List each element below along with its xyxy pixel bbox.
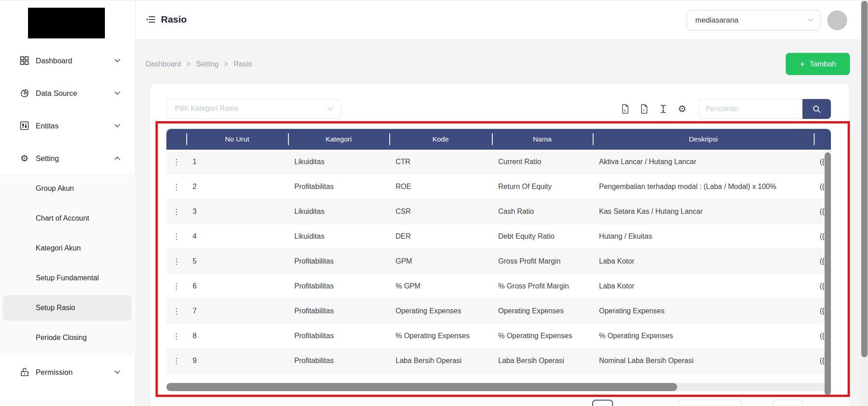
cell-no-urut: 8 [186,332,288,340]
sidebar-item-label: Entitas [36,122,58,130]
row-kebab-menu-icon[interactable]: ⋮ [166,331,186,340]
table-row: ⋮ 8 Profitabilitas % Operating Expenses … [166,324,831,349]
cell-deskripsi: Kas Setara Kas / Hutang Lancar [593,208,814,216]
cell-nama: Laba Bersih Operasi [492,357,593,365]
cell-no-urut: 2 [186,183,288,191]
tenant-select[interactable]: mediasarana [687,10,821,30]
row-kebab-menu-icon[interactable]: ⋮ [166,282,186,291]
cell-nama: % Gross Profit Margin [492,282,593,290]
table-header-kategori: Kategori [288,129,389,150]
sidebar-item-kategori-akun[interactable]: Kategori Akun [0,236,136,261]
sidebar-item-setup-fundamental[interactable]: Setup Fundamental [0,265,136,291]
row-kebab-menu-icon[interactable]: ⋮ [166,232,186,241]
pagination-control[interactable] [773,400,803,406]
chevron-down-icon [114,91,120,95]
setting-submenu: Group Akun Chart of Account Kategori Aku… [0,175,136,356]
sidebar-item-data-source[interactable]: Data Source [0,82,136,104]
file-pdf-icon[interactable]: p [620,104,631,114]
table-vertical-scrollbar[interactable] [825,152,831,395]
chevron-down-icon [114,370,120,374]
row-kebab-menu-icon[interactable]: ⋮ [166,207,186,216]
chevron-down-icon [327,107,334,111]
category-filter-select[interactable]: Pilih Kategori Rasio [166,99,341,119]
rasio-table: No Urut Kategori Kode Nama Deskripsi ⋮ 1… [166,129,831,373]
tenant-select-value: mediasarana [695,16,738,24]
breadcrumb-separator: > [224,60,228,68]
chevron-down-icon [114,124,120,127]
table-row: ⋮ 2 Profitabilitas ROE Return Of Equity … [166,175,831,199]
table-row: ⋮ 7 Profitabilitas Operating Expenses Op… [166,299,831,324]
category-filter-placeholder: Pilih Kategori Rasio [175,104,238,113]
cell-nama: Gross Profit Margin [492,257,593,265]
cell-no-urut: 4 [186,232,288,241]
main-content: Dashboard > Setting > Rasio + Tambah Pil… [136,40,868,406]
table-horizontal-scrollbar-track [166,383,827,391]
row-kebab-menu-icon[interactable]: ⋮ [166,157,186,166]
pagination-page-button[interactable] [592,400,613,406]
cell-nama: Debt Equity Ratio [492,232,593,241]
chevron-down-icon [807,18,813,22]
cell-kode: GPM [389,257,492,265]
sidebar-item-entitas[interactable]: Entitas [0,114,136,137]
cell-kode: CSR [389,208,492,216]
search-button[interactable] [802,99,831,119]
search-icon [812,105,821,113]
breadcrumb-dashboard[interactable]: Dashboard [146,60,181,68]
row-kebab-menu-icon[interactable]: ⋮ [166,307,186,316]
plus-icon: + [800,59,805,69]
cell-deskripsi: Aktiva Lancar / Hutang Lancar [593,158,814,166]
table-row: ⋮ 3 Likuiditas CSR Cash Ratio Kas Setara… [166,199,831,224]
breadcrumb-separator: > [186,60,190,68]
sidebar-item-setting[interactable]: ⚙ Setting [0,147,136,170]
row-kebab-menu-icon[interactable]: ⋮ [166,257,186,266]
sliders-icon [19,120,30,131]
file-excel-icon[interactable]: x [639,104,650,114]
sidebar-item-label: Data Source [36,89,77,98]
cell-kode: DER [389,232,492,241]
app-window: Dashboard Data Source Entitas [0,0,868,406]
dashboard-grid-icon [19,55,30,66]
table-row: ⋮ 1 Likuiditas CTR Current Ratio Aktiva … [166,150,831,175]
cell-no-urut: 5 [186,257,288,265]
text-height-icon[interactable] [658,104,669,114]
pie-chart-icon [19,88,30,99]
sidebar-item-group-akun[interactable]: Group Akun [0,176,136,201]
row-kebab-menu-icon[interactable]: ⋮ [166,356,186,365]
cell-kode: % GPM [389,282,492,290]
row-kebab-menu-icon[interactable]: ⋮ [166,182,186,191]
user-avatar[interactable] [827,10,847,30]
cell-kode: % Operating Expenses [389,332,492,340]
cell-kode: ROE [389,183,492,191]
cell-kategori: Likuiditas [288,232,389,241]
pagination-page-size-select[interactable] [678,400,742,406]
add-button[interactable]: + Tambah [786,53,850,75]
cell-kategori: Profitabilitas [288,257,389,265]
table-body: ⋮ 1 Likuiditas CTR Current Ratio Aktiva … [166,150,831,373]
cell-nama: Cash Ratio [492,208,593,216]
page-scrollbar-thumb[interactable] [861,1,868,357]
cell-deskripsi: % Operating Expenses [593,332,814,340]
table-header-actions [166,129,186,150]
cell-nama: Current Ratio [492,158,593,166]
cell-deskripsi: Laba Kotor [593,282,814,290]
sidebar-item-periode-closing[interactable]: Periode Closing [0,325,136,350]
breadcrumb-setting[interactable]: Setting [196,60,219,68]
table-horizontal-scrollbar-thumb[interactable] [166,383,677,391]
table-row: ⋮ 5 Profitabilitas GPM Gross Profit Marg… [166,249,831,274]
menu-fold-icon[interactable] [146,15,156,26]
search-input[interactable] [699,99,802,119]
sidebar-item-chart-of-account[interactable]: Chart of Account [0,206,136,231]
cell-kategori: Profitabilitas [288,183,389,191]
sidebar-item-dashboard[interactable]: Dashboard [0,49,136,72]
table-row: ⋮ 6 Profitabilitas % GPM % Gross Profit … [166,274,831,299]
cell-kategori: Profitabilitas [288,357,389,365]
sidebar-item-label: Periode Closing [36,334,87,342]
topbar: Rasio mediasarana [136,0,868,40]
sidebar-item-setup-rasio[interactable]: Setup Rasio [3,295,132,321]
breadcrumb: Dashboard > Setting > Rasio [146,60,252,68]
cell-kode: CTR [389,158,492,166]
gear-icon[interactable]: ⚙ [677,104,688,114]
cell-nama: Return Of Equity [492,183,593,191]
sidebar-item-label: Permission [36,368,73,377]
sidebar-item-permission[interactable]: Permission [0,361,136,383]
